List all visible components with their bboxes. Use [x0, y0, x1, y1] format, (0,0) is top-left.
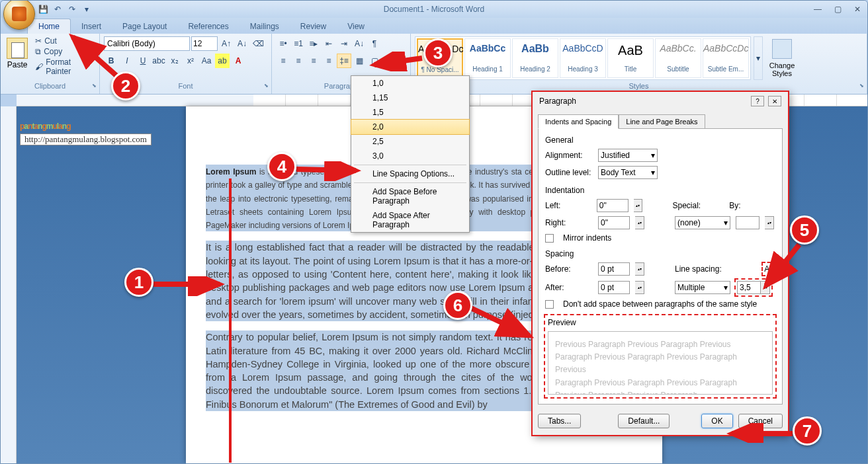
svg-line-3	[374, 58, 422, 65]
redo-icon[interactable]: ↷	[67, 4, 77, 15]
decrease-indent-button[interactable]: ⇤	[322, 36, 336, 51]
annotation-6: 6	[443, 291, 472, 320]
style-subtleem[interactable]: AaBbCcDcSubtle Em...	[703, 38, 749, 78]
spacing-option-2[interactable]: 2,0	[351, 119, 470, 135]
line-spacing-options-item[interactable]: Line Spacing Options...	[351, 167, 469, 181]
alignment-label: Alignment:	[545, 151, 593, 160]
linespacing-select[interactable]: Multiple	[675, 281, 730, 294]
dontadd-checkbox[interactable]	[545, 300, 554, 309]
numbering-button[interactable]: ≡1	[291, 36, 306, 51]
multilevel-button[interactable]: ≡▸	[306, 36, 321, 51]
before-label: Before:	[545, 264, 593, 274]
style-heading2[interactable]: AaBbHeading 2	[512, 38, 558, 78]
tabs-button[interactable]: Tabs...	[538, 414, 581, 428]
tab-references[interactable]: References	[177, 19, 239, 34]
arrow-3	[369, 52, 429, 71]
shrink-font-icon[interactable]: A↓	[235, 36, 249, 51]
align-left-button[interactable]: ≡	[276, 54, 290, 68]
vertical-ruler[interactable]	[1, 106, 17, 463]
style-heading3[interactable]: AaBbCcDHeading 3	[560, 38, 606, 78]
strike-button[interactable]: abc	[152, 54, 166, 68]
change-styles-icon	[772, 39, 792, 59]
dialog-help-button[interactable]: ?	[751, 96, 764, 106]
right-input[interactable]	[598, 216, 630, 229]
underline-button[interactable]: U	[136, 54, 150, 68]
spacing-option-115[interactable]: 1,15	[351, 91, 469, 105]
close-button[interactable]: ✕	[847, 3, 867, 15]
arrow-4	[296, 161, 363, 181]
minimize-button[interactable]: —	[808, 3, 828, 15]
special-select[interactable]: (none)	[675, 216, 730, 229]
general-label: General	[545, 135, 775, 145]
indentation-label: Indentation	[545, 186, 775, 195]
shading-button[interactable]: ▦	[352, 54, 367, 68]
tab-home[interactable]: Home	[27, 19, 71, 34]
window-title: Document1 - Microsoft Word	[384, 5, 485, 14]
styles-more-icon[interactable]: ▾	[754, 36, 763, 80]
change-case-button[interactable]: Aa	[199, 54, 214, 68]
outline-select[interactable]: Body Text	[598, 166, 658, 179]
maximize-button[interactable]: ▢	[828, 3, 847, 15]
dontadd-label: Don't add space between paragraphs of th…	[563, 299, 757, 309]
paste-icon	[7, 38, 28, 59]
font-color-button[interactable]: A	[231, 54, 245, 68]
tab-view[interactable]: View	[337, 19, 375, 34]
spacing-option-1[interactable]: 1,0	[351, 76, 469, 91]
watermark-logo: pantangmulang	[20, 112, 152, 134]
align-right-button[interactable]: ≡	[306, 54, 321, 68]
outline-label: Outline level:	[545, 168, 593, 177]
sort-button[interactable]: A↓	[352, 36, 367, 51]
tab-review[interactable]: Review	[290, 19, 337, 34]
by-spinner[interactable]: ▴▾	[765, 216, 774, 229]
paste-button[interactable]: Paste	[5, 36, 30, 69]
bullets-button[interactable]: ≡•	[276, 36, 290, 51]
at-input[interactable]	[737, 281, 761, 294]
preview-box: Previous Paragraph Previous Paragraph Pr…	[548, 331, 773, 395]
styles-gallery[interactable]: AaBbCcDc¶ No Spaci... AaBbCcHeading 1 Aa…	[415, 36, 751, 80]
mirror-checkbox[interactable]	[545, 234, 554, 243]
spacing-option-3[interactable]: 3,0	[351, 149, 469, 163]
after-spinner[interactable]: ▴▾	[635, 281, 644, 294]
dialog-close-button[interactable]: ✕	[768, 96, 781, 106]
align-center-button[interactable]: ≡	[291, 54, 306, 68]
left-input[interactable]	[597, 199, 629, 212]
qat-dropdown-icon[interactable]: ▾	[81, 4, 92, 15]
tab-mailings[interactable]: Mailings	[239, 19, 290, 34]
alignment-select[interactable]: Justified	[598, 149, 658, 162]
svg-line-6	[471, 308, 529, 336]
dialog-tab-indents[interactable]: Indents and Spacing	[538, 114, 619, 129]
before-input[interactable]	[598, 262, 630, 276]
style-title[interactable]: AaBTitle	[607, 38, 654, 78]
right-spinner[interactable]: ▴▾	[635, 216, 644, 229]
clear-format-icon[interactable]: ⌫	[251, 36, 265, 51]
add-space-before-item[interactable]: Add Space Before Paragraph	[351, 184, 469, 208]
svg-line-4	[296, 169, 356, 171]
font-size-input[interactable]	[191, 36, 218, 51]
justify-button[interactable]: ≡	[322, 54, 336, 68]
subscript-button[interactable]: x₂	[167, 54, 182, 68]
by-input[interactable]	[736, 216, 760, 229]
add-space-after-item[interactable]: Add Space After Paragraph	[351, 208, 469, 232]
default-button[interactable]: Default...	[618, 414, 670, 428]
superscript-button[interactable]: x²	[183, 54, 198, 68]
undo-icon[interactable]: ↶	[52, 4, 63, 15]
line-spacing-button[interactable]: ‡≡	[337, 54, 351, 68]
dialog-titlebar[interactable]: Paragraph ? ✕	[533, 92, 788, 110]
grow-font-icon[interactable]: A↑	[219, 36, 234, 51]
style-heading1[interactable]: AaBbCcHeading 1	[464, 38, 511, 78]
change-styles-button[interactable]: Change Styles	[765, 36, 799, 77]
dialog-tab-linebreaks[interactable]: Line and Page Breaks	[619, 114, 705, 129]
before-spinner[interactable]: ▴▾	[635, 262, 644, 276]
left-spinner[interactable]: ▴▾	[634, 199, 643, 212]
style-subtitle[interactable]: AaBbCc.Subtitle	[655, 38, 701, 78]
highlight-button[interactable]: ab	[215, 54, 230, 68]
annotation-line-1	[229, 178, 232, 463]
after-label: After:	[545, 283, 593, 292]
scissors-icon: ✂	[35, 36, 42, 46]
after-input[interactable]	[598, 281, 630, 294]
increase-indent-button[interactable]: ⇥	[337, 36, 351, 51]
spacing-option-15[interactable]: 1,5	[351, 105, 469, 120]
show-marks-button[interactable]: ¶	[367, 36, 382, 51]
spacing-option-25[interactable]: 2,5	[351, 134, 469, 149]
save-icon[interactable]: 💾	[38, 4, 48, 15]
